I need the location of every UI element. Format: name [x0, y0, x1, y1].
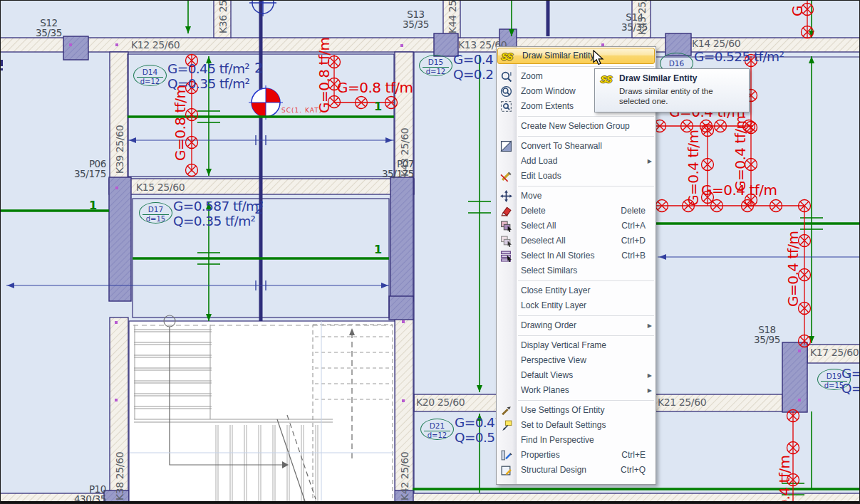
menu-item-create-new-selection-group[interactable]: Create New Selection Group — [497, 119, 656, 134]
slab-bubble-d21: D21d=12 — [420, 419, 454, 440]
move-icon — [500, 190, 512, 202]
menu-item-convert-to-shearwall[interactable]: Convert To Shearwall — [497, 139, 656, 154]
beam-label-k21: K21 25/60 — [658, 397, 706, 407]
menu-item-label: Edit Loads — [521, 171, 561, 181]
tooltip-title: Draw Similar Entity — [619, 73, 743, 83]
beam-label-k17: K17 25/60 — [810, 347, 859, 357]
axis-number: 2 — [254, 201, 264, 216]
beam-label-k39: K39 25/60 — [115, 125, 125, 174]
menu-item-label: Find In Perspective — [521, 435, 594, 445]
tooltip-body: Draws similar entity of the selected one… — [619, 86, 743, 107]
wall-load-label: G — [790, 6, 804, 16]
edit-loads-icon — [500, 170, 512, 182]
slab-load-d19-q: Q=0 — [841, 382, 860, 396]
zoom-extents-icon — [500, 100, 512, 112]
bottom-border — [1, 501, 859, 503]
zoom-icon — [500, 70, 512, 83]
menu-item-deselect-all[interactable]: Deselect AllCtrl+D — [497, 233, 656, 248]
slab-load-d14-g: G=0.45 tf/m² — [167, 63, 249, 76]
beam-label-k38: K38 25/60 — [115, 452, 125, 500]
menu-item-label: Select In All Stories — [521, 251, 594, 261]
menu-item-move[interactable]: Move — [497, 189, 656, 204]
menu-item-delete[interactable]: DeleteDelete — [497, 204, 656, 219]
mass-center-label: SC(1. KAT) — [281, 107, 322, 114]
wall-load-label: G=0.4 tf/m — [686, 130, 700, 206]
wall-load-label: G=0.4 tf/m — [777, 455, 792, 504]
menu-item-use-settings-of-entity[interactable]: Use Settings Of Entity — [497, 403, 656, 418]
menu-item-shortcut: Ctrl+Q — [621, 463, 646, 478]
menu-tooltip: SS Draw Similar Entity Draws similar ent… — [594, 68, 750, 112]
beam-label-k36: K36 25/60 — [218, 0, 228, 33]
menu-item-label: Deselect All — [521, 236, 566, 246]
menu-item-label: Drawing Order — [521, 320, 576, 330]
menu-separator — [518, 315, 654, 316]
menu-item-shortcut: Ctrl+B — [621, 248, 646, 263]
menu-item-label: Perspective View — [521, 355, 586, 365]
deselect-all-icon — [500, 235, 512, 247]
column-label-s18: S1835/95 — [740, 325, 794, 345]
cad-canvas[interactable]: S1235/35 S1335/35 S1435/35 S1835/95 P063… — [0, 0, 860, 504]
slab-bubble-d17: D17d=15 — [139, 202, 172, 224]
menu-item-drawing-order[interactable]: Drawing Order▶ — [497, 318, 656, 333]
menu-item-set-to-default-settings[interactable]: Set to Default Settings — [497, 418, 656, 433]
section-number: 1 — [374, 244, 382, 256]
axis-number: 2 — [254, 61, 264, 75]
menu-item-work-planes[interactable]: Work Planes▶ — [497, 383, 656, 398]
mouse-cursor-icon — [592, 50, 606, 70]
menu-item-label: Set to Default Settings — [521, 420, 606, 430]
menu-item-properties[interactable]: PropertiesCtrl+E — [497, 448, 656, 463]
menu-item-perspective-view[interactable]: Perspective View — [497, 353, 656, 368]
menu-item-structural-design[interactable]: Structural DesignCtrl+Q — [497, 463, 656, 478]
beam-label-k44: K44 25/60 — [447, 0, 457, 33]
select-all-icon — [500, 220, 512, 232]
menu-separator — [518, 400, 654, 401]
section-number: 1 — [374, 101, 382, 112]
menu-item-label: Delete — [521, 206, 546, 216]
set-default-icon — [500, 419, 512, 431]
menu-item-label: Select All — [521, 221, 556, 231]
menu-item-label: Work Planes — [521, 385, 569, 395]
eyedrop-icon — [500, 404, 512, 416]
menu-item-lock-entity-layer[interactable]: Lock Entity Layer — [497, 298, 656, 313]
slab-load-d17-q: Q=0.35 tf/m² — [173, 215, 255, 229]
menu-item-close-entity-layer[interactable]: Close Entity Layer — [497, 283, 656, 298]
menu-item-default-views[interactable]: Default Views▶ — [497, 368, 656, 383]
column-label-p06: P0635/175 — [43, 159, 106, 179]
menu-item-find-in-perspective[interactable]: Find In Perspective — [497, 433, 656, 448]
menu-item-label: Lock Entity Layer — [521, 300, 586, 310]
beam-label-k15: K15 25/60 — [136, 182, 185, 192]
slab-load-d19-g: G=0 — [841, 367, 860, 381]
menu-item-label: Display Vertical Frame — [521, 340, 606, 350]
wall-load-label: G=0.8 tf/m — [337, 80, 413, 95]
beam-label-k20: K20 25/60 — [416, 397, 465, 407]
shearwall-icon — [500, 140, 512, 152]
structural-icon — [500, 464, 512, 476]
column-label-s14: S1435/35 — [608, 12, 661, 32]
menu-item-label: Create New Selection Group — [521, 121, 630, 131]
menu-item-add-load[interactable]: Add Load▶ — [497, 154, 656, 169]
menu-item-label: Zoom Extents — [521, 101, 574, 111]
menu-item-select-in-all-stories[interactable]: Select In All StoriesCtrl+B — [497, 248, 656, 263]
menu-item-select-all[interactable]: Select AllCtrl+A — [497, 219, 656, 233]
menu-item-draw-similar-entity[interactable]: SSDraw Similar Entity — [497, 48, 655, 64]
submenu-arrow-icon: ▶ — [648, 368, 652, 383]
beam-label-k14: K14 25/60 — [692, 38, 740, 48]
menu-separator — [518, 186, 654, 187]
wall-load-label: G=0.8 tf/m — [173, 85, 187, 161]
wall-load-label: G=0.8 tf/m — [317, 37, 331, 113]
menu-item-edit-loads[interactable]: Edit Loads — [497, 169, 656, 184]
submenu-arrow-icon: ▶ — [648, 383, 652, 398]
beam-label-k43: K43 25/60 — [400, 128, 410, 177]
column-label-s13: S1335/35 — [389, 9, 442, 29]
menu-item-label: Default Views — [521, 370, 573, 380]
menu-item-label: Add Load — [521, 156, 557, 166]
menu-item-display-vertical-frame[interactable]: Display Vertical Frame — [497, 338, 656, 353]
slab-bubble-d14: D14d=12 — [133, 65, 167, 86]
menu-item-shortcut: Ctrl+D — [621, 233, 646, 248]
edge-mark — [1, 60, 3, 70]
draw-similar-icon: SS — [501, 49, 514, 61]
submenu-arrow-icon: ▶ — [648, 318, 652, 333]
menu-item-select-similars[interactable]: Select Similars — [497, 263, 656, 278]
wall-load-label: G=0.4 tf/m — [786, 231, 800, 307]
menu-item-shortcut: Ctrl+E — [621, 448, 646, 463]
